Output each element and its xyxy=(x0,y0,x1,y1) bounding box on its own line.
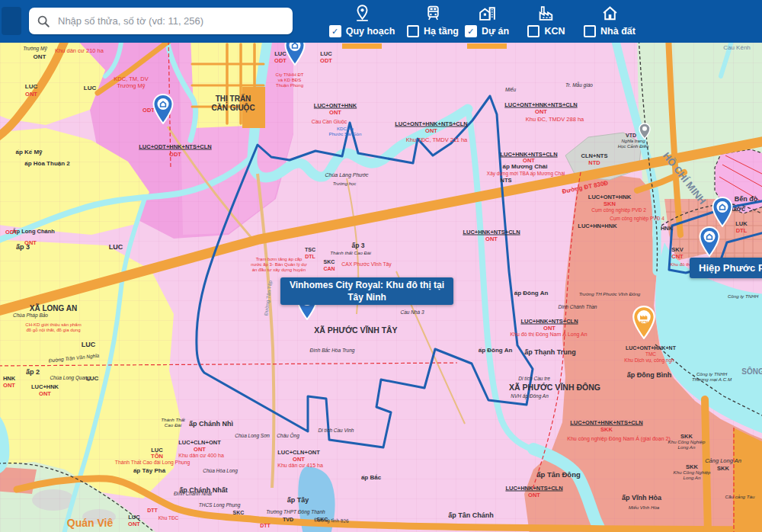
map-label: HNK xyxy=(3,375,15,382)
map-label: Thánh Thất Cao đài Long Phụng xyxy=(115,460,190,466)
map-label: Khu TĐC xyxy=(158,515,179,521)
map-label: Thánh thất Cao Đài xyxy=(330,250,371,255)
map-label: Chùa Long Quang xyxy=(50,375,90,381)
project-pin-hiep-phuoc-1[interactable] xyxy=(712,197,733,230)
map-label: LUC xyxy=(151,447,162,453)
map-label: DTL xyxy=(305,254,315,260)
map-label: SKK xyxy=(686,463,698,470)
checkbox-map-pin[interactable]: ✓ xyxy=(329,25,341,37)
project-tooltip-hiep-phuoc[interactable]: Hiệp Phước Pren xyxy=(690,258,762,278)
map-label: LUC+ODT+HNK+NTS+CLN xyxy=(139,143,211,150)
map-label: SKK xyxy=(717,465,729,472)
project-tooltip-vinhomes[interactable]: Vinhomes City Royal: Khu đô thị tại Tây … xyxy=(280,277,453,305)
map-label: ONT xyxy=(329,109,341,116)
map-label: Đình Chánh Nhất xyxy=(174,491,212,497)
map-label: ấp Tân Chánh xyxy=(448,511,494,520)
map-label: DTT xyxy=(147,508,158,514)
map-label: TVD xyxy=(283,517,293,523)
map-label: ấp Chánh Nhì xyxy=(189,420,233,428)
map-label: ấp Thạnh Trung xyxy=(524,348,576,357)
active-tab-indicator xyxy=(467,43,507,49)
map-label: ấp Tân Đông xyxy=(536,470,581,479)
top-bar: ✓Quy hoạchHạ tầng✓Dự ánKCNNhà đất xyxy=(0,0,762,43)
map-label: Di tích Cầu tre xyxy=(518,376,550,382)
dot-pin-ben-do[interactable] xyxy=(639,123,651,143)
map-label: Trường Mỹ xyxy=(23,46,46,52)
map-label: Chùa Pháp Bảo xyxy=(13,312,48,319)
map-label: NVH ấp Đông An xyxy=(511,393,549,399)
tab-house[interactable]: Nhà đất xyxy=(576,2,643,43)
map-label: ONT xyxy=(24,239,37,246)
map-label: ONT xyxy=(535,108,547,115)
map-label: ODT xyxy=(169,151,181,158)
map-label: Bến đò xyxy=(735,195,758,204)
map-label: SÔNG xyxy=(741,367,762,377)
map-label: SKC xyxy=(233,510,245,516)
map-canvas[interactable]: THỊ TRẤN CẦN GIUỘCXÃ LONG ANXÃ PHƯỚC VĨN… xyxy=(0,43,762,532)
map-label: Cầu cảng Tàu xyxy=(725,494,755,499)
map-label: Trạm bơm tăng áp cấp nước ấp 3- Bản Quản… xyxy=(251,257,306,274)
industry-pin-kcn-dong-nam-a[interactable]: KCN xyxy=(632,306,656,342)
map-label: LUC+ONT+HNK+NTS+CLN xyxy=(395,120,467,127)
map-label: ấp Đông An xyxy=(479,347,513,354)
checkbox-tram[interactable] xyxy=(407,25,419,37)
map-label: HNK xyxy=(661,225,673,232)
map-label: ONT xyxy=(34,53,46,61)
map-label: Trường THPT Đông Thạnh xyxy=(266,509,325,515)
map-label: Khu dân cư 400 ha xyxy=(178,453,224,459)
map-label: Đình Bắc Hòa Trung xyxy=(310,348,355,354)
map-label: SKC xyxy=(317,517,328,523)
map-label: Cụm công nghiệp PVĐ 4 xyxy=(610,216,664,222)
map-label: TSC xyxy=(305,247,315,253)
map-label: ấp Đông An xyxy=(514,290,549,297)
map-label: DTT xyxy=(260,523,271,529)
checkbox-house[interactable] xyxy=(584,25,596,37)
map-label: DTL xyxy=(736,227,748,234)
map-label: ấp Tây Phá xyxy=(133,467,165,475)
map-label: LUC+HNK+NTS+CLN xyxy=(500,151,557,158)
map-label: Trường TH Phước Vĩnh Đông xyxy=(579,291,641,296)
map-label: Trường học xyxy=(333,181,357,187)
map-label: ấp 3 xyxy=(351,242,364,249)
map-pin-icon xyxy=(353,4,372,23)
tab-building[interactable]: ✓Dự án xyxy=(463,2,511,43)
map-label: Khu TĐC, TMDV 211 ha xyxy=(406,136,467,143)
tab-tram[interactable]: Hạ tầng xyxy=(408,2,457,43)
map-label: Đường tỉnh 826 xyxy=(314,517,349,524)
checkbox-factory[interactable] xyxy=(527,25,539,37)
map-label: KDC, TM, DV Trường Mỹ xyxy=(114,75,148,89)
map-label: KDC An Phước Sài Gòn xyxy=(329,126,362,137)
map-label: HỒ CHÍ MINH xyxy=(661,150,709,207)
map-label: ONT xyxy=(293,456,305,463)
tab-label: Hạ tầng xyxy=(424,26,459,37)
map-label: Chùa Láng Phước xyxy=(325,172,369,178)
map-label: Khu Công Nghiệp Long An xyxy=(674,470,711,481)
project-pin-hiep-phuoc-2[interactable] xyxy=(699,226,720,260)
tab-factory[interactable]: KCN xyxy=(526,2,567,43)
map-label: ONT xyxy=(194,446,206,453)
map-label: ấp 3 xyxy=(16,243,30,252)
map-app: ✓Quy hoạchHạ tầng✓Dự ánKCNNhà đất xyxy=(0,0,762,532)
map-label: LUC+CLN+ONT xyxy=(178,439,220,446)
map-label: ONT xyxy=(3,382,15,389)
map-label: Quán Viê xyxy=(67,517,113,530)
map-label: XÃ LONG AN xyxy=(30,304,77,313)
map-label: LUC xyxy=(25,83,37,91)
map-label: ấp Đông Bình xyxy=(627,371,672,380)
map-label: TÔN xyxy=(151,453,163,460)
map-label: ấp Bắc xyxy=(361,474,381,482)
project-pin-can-giuoc[interactable] xyxy=(152,94,174,127)
map-label: Di tích Cầu Vinh xyxy=(319,428,354,434)
map-label: CNT xyxy=(671,253,683,260)
checkbox-building[interactable]: ✓ xyxy=(465,25,477,37)
map-label: LUK xyxy=(735,220,747,227)
map-label: LUC+HNK+NTS+CLN xyxy=(505,485,562,492)
map-label: Khu Dịch vụ, công ngh xyxy=(624,357,674,364)
project-pin-top[interactable] xyxy=(284,43,306,69)
map-label: CAN xyxy=(323,266,335,272)
tram-icon xyxy=(424,4,443,23)
map-label: LUC xyxy=(109,243,123,252)
map-label: Khu đô thị xyxy=(670,262,690,268)
map-label: Miếu xyxy=(505,87,516,93)
tab-map-pin[interactable]: ✓Quy hoạch xyxy=(332,2,392,43)
